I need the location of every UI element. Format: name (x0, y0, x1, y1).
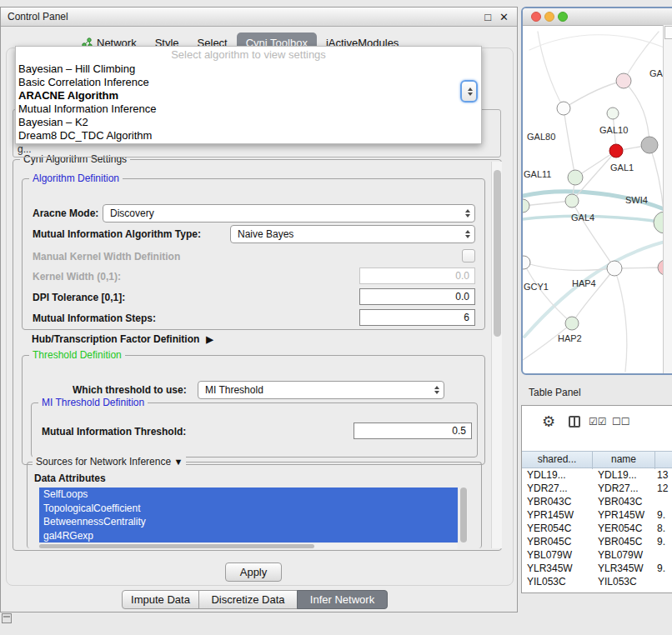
attribute-list-item[interactable]: TopologicalCoefficient (39, 502, 458, 516)
expand-right-icon: ▶ (206, 334, 213, 345)
table-cell: YDR27... (522, 482, 593, 495)
mi-steps-field[interactable]: 6 (359, 309, 475, 326)
dpi-tolerance-field[interactable]: 0.0 (359, 288, 475, 305)
network-node[interactable] (616, 73, 631, 88)
columns-icon[interactable] (569, 416, 580, 428)
network-node[interactable] (565, 194, 579, 208)
table-cell: YBL079W (593, 548, 655, 562)
algorithm-option[interactable]: Basic Correlation Inference (16, 76, 481, 89)
network-node[interactable] (607, 108, 619, 119)
clipped-text: g... (18, 143, 32, 155)
mi-type-select[interactable]: Naive Bayes (230, 225, 475, 243)
settings-scrollbar[interactable] (491, 162, 502, 548)
network-edge (523, 192, 672, 212)
algorithm-option[interactable]: Bayesian – Hill Climbing (16, 62, 481, 76)
network-edge (538, 32, 564, 108)
table-row[interactable]: YPR145WYPR145W9. (522, 508, 672, 522)
selected-value: Naive Bayes (238, 228, 293, 240)
column-header-shared-name[interactable]: shared... (522, 452, 593, 469)
select-all-checks-icon[interactable]: ☑☑ (589, 416, 607, 428)
table-row[interactable]: YLR345WYLR345W9. (522, 562, 672, 575)
table-cell: 12 (655, 482, 672, 495)
manual-kernel-checkbox[interactable] (462, 249, 475, 262)
close-traffic-light-icon[interactable] (531, 12, 541, 22)
tab-infer-network[interactable]: Infer Network (297, 590, 388, 609)
network-node[interactable] (523, 199, 529, 212)
mi-threshold-field[interactable]: 0.5 (354, 422, 472, 439)
network-node[interactable] (557, 102, 570, 115)
data-attributes-label: Data Attributes (34, 472, 106, 484)
table-row[interactable]: YDR27...YDR27...12 (522, 482, 672, 495)
control-panel-titlebar[interactable]: Control Panel □ ✕ (1, 8, 517, 27)
network-canvas[interactable]: GAL7GAL80GAL10GAL11GAL1SWI4GAL4GCY1HAP4H… (523, 25, 672, 375)
table-cell: 9. (655, 562, 672, 575)
table-cell: YDR27... (593, 482, 655, 495)
attributes-hscrollbar[interactable] (39, 543, 458, 549)
cyni-algorithm-settings-group: Cyni Algorithm Settings Algorithm Defini… (13, 159, 502, 551)
network-node[interactable] (641, 137, 658, 153)
apply-button[interactable]: Apply (225, 562, 282, 582)
combo-arrows-icon (434, 386, 439, 394)
hub-definition-expander[interactable]: Hub/Transcription Factor Definition ▶ (32, 333, 213, 345)
threshold-definition-legend: Threshold Definition (29, 349, 125, 361)
node-label: HAP4 (572, 278, 596, 288)
attribute-list-item[interactable]: BetweennessCentrality (39, 515, 458, 529)
which-threshold-select[interactable]: MI Threshold (198, 381, 444, 399)
algorithm-option[interactable]: ARACNE Algorithm (16, 89, 481, 102)
aracne-mode-select[interactable]: Discovery (103, 204, 475, 222)
float-window-icon[interactable]: □ (484, 11, 491, 23)
gear-icon[interactable]: ⚙ (542, 412, 555, 431)
table-row[interactable]: YBR045CYBR045C9. (522, 535, 672, 548)
network-node[interactable] (565, 317, 579, 330)
network-edge (523, 201, 572, 206)
algorithm-option[interactable]: Bayesian – K2 (16, 116, 481, 129)
table-cell: YPR145W (593, 508, 655, 522)
network-node[interactable] (523, 256, 530, 269)
network-node[interactable] (568, 170, 583, 185)
network-node[interactable] (607, 261, 622, 276)
network-node[interactable] (609, 144, 623, 158)
table-row[interactable]: YBR043CYBR043C (522, 495, 672, 508)
table-panel: ⚙ ☑☑ ☐☐ shared... name YDL19...YDL19...1… (521, 405, 672, 593)
attribute-list-item[interactable]: gal4RGexp (39, 529, 458, 543)
column-header-partial[interactable] (655, 452, 672, 469)
table-row[interactable]: YIL053CYIL053C (522, 575, 672, 588)
table-row[interactable]: YER054CYER054C8. (522, 522, 672, 535)
tab-discretize-data[interactable]: Discretize Data (198, 590, 298, 609)
clear-checks-icon[interactable]: ☐☐ (612, 416, 630, 428)
close-icon[interactable]: ✕ (499, 11, 509, 23)
threshold-definition-group: Threshold Definition Which threshold to … (22, 355, 485, 465)
settings-scrollbar-thumb[interactable] (494, 170, 501, 337)
algorithm-combo-focus[interactable] (460, 80, 478, 102)
attribute-list-item[interactable]: SelfLoops (39, 488, 458, 502)
table-row[interactable]: YDL19...YDL19...13 (522, 468, 672, 482)
selected-value: Discovery (110, 208, 154, 219)
table-row[interactable]: YBL079WYBL079W (522, 548, 672, 562)
node-label: GCY1 (524, 282, 549, 292)
algorithm-option[interactable]: Mutual Information Inference (16, 102, 481, 116)
popup-prompt: Select algorithm to view settings (16, 47, 481, 62)
network-window-titlebar[interactable] (523, 8, 672, 26)
zoom-traffic-light-icon[interactable] (558, 12, 568, 22)
attributes-scrollbar[interactable] (459, 488, 468, 542)
mi-threshold-legend: MI Threshold Definition (38, 397, 148, 408)
hub-definition-label: Hub/Transcription Factor Definition (32, 333, 199, 345)
table-cell: YBR043C (522, 495, 593, 508)
table-cell (655, 575, 672, 588)
minimize-traffic-light-icon[interactable] (544, 12, 554, 22)
algorithm-option[interactable]: Dream8 DC_TDC Algorithm (16, 129, 481, 142)
column-header-name[interactable]: name (593, 452, 655, 469)
dpi-tolerance-label: DPI Tolerance [0,1]: (33, 292, 125, 303)
node-label: SWI4 (625, 195, 648, 205)
network-view-window: GAL7GAL80GAL10GAL11GAL1SWI4GAL4GCY1HAP4H… (521, 7, 672, 375)
kernel-width-field[interactable]: 0.0 (359, 268, 475, 284)
sources-legend[interactable]: Sources for Network Inference ▼ (33, 456, 186, 468)
tab-impute-data[interactable]: Impute Data (122, 590, 199, 609)
network-scrollbar[interactable] (663, 25, 672, 375)
table-cell (655, 495, 672, 508)
node-label: GAL10 (599, 125, 628, 135)
panel-toggle-icon[interactable] (2, 613, 12, 623)
table-cell: 8. (655, 522, 672, 535)
mi-type-label: Mutual Information Algorithm Type: (33, 228, 201, 240)
scrollbar-button[interactable] (664, 26, 672, 39)
